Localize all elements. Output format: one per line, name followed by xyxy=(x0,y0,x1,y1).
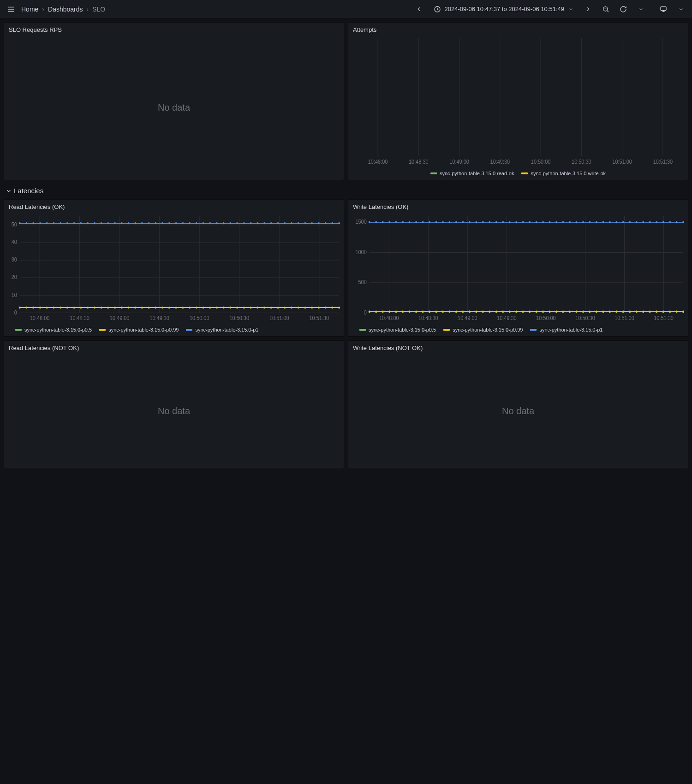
svg-point-356 xyxy=(582,221,584,223)
svg-point-176 xyxy=(175,222,177,224)
panel-attempts[interactable]: Attempts 10:48:0010:48:3010:49:0010:49:3… xyxy=(348,22,688,180)
no-data-label: No data xyxy=(4,353,344,469)
svg-text:10:51:00: 10:51:00 xyxy=(269,315,289,321)
panel-title: Write Latencies (NOT OK) xyxy=(348,341,688,353)
svg-point-148 xyxy=(318,307,320,309)
svg-point-325 xyxy=(375,221,377,223)
svg-text:40: 40 xyxy=(12,239,17,245)
svg-point-359 xyxy=(602,221,604,223)
svg-point-358 xyxy=(596,221,597,223)
svg-point-163 xyxy=(87,222,89,224)
svg-text:10:48:00: 10:48:00 xyxy=(379,315,399,321)
svg-point-278 xyxy=(388,310,390,312)
legend-item[interactable]: sync-python-table-3.15.0-p1 xyxy=(186,327,258,333)
svg-point-350 xyxy=(542,221,544,223)
svg-point-160 xyxy=(66,222,68,224)
svg-point-353 xyxy=(562,221,564,223)
breadcrumb-sep: › xyxy=(87,6,89,13)
refresh-button[interactable] xyxy=(616,2,631,17)
svg-point-318 xyxy=(656,310,657,312)
menu-toggle-button[interactable] xyxy=(4,2,18,17)
monitor-icon xyxy=(660,6,667,13)
svg-point-288 xyxy=(455,310,457,312)
svg-point-298 xyxy=(522,310,524,312)
legend-item[interactable]: sync-python-table-3.15.0 read-ok xyxy=(430,171,514,176)
svg-point-104 xyxy=(19,307,21,309)
panel-title: Attempts xyxy=(348,23,688,35)
refresh-interval-button[interactable] xyxy=(633,2,648,17)
panel-read-nok[interactable]: Read Latencies (NOT OK) No data xyxy=(4,340,344,469)
svg-text:10:51:30: 10:51:30 xyxy=(309,315,329,321)
legend-item[interactable]: sync-python-table-3.15.0-p0.5 xyxy=(15,327,92,333)
svg-point-153 xyxy=(19,222,21,224)
panel-title: Read Latencies (OK) xyxy=(4,200,344,212)
svg-point-276 xyxy=(375,310,377,312)
svg-point-108 xyxy=(46,307,48,309)
svg-point-138 xyxy=(250,307,252,309)
svg-point-129 xyxy=(189,307,191,309)
zoom-out-button[interactable] xyxy=(598,2,613,17)
svg-point-348 xyxy=(529,221,531,223)
chart-attempts: 10:48:0010:48:3010:49:0010:49:3010:50:00… xyxy=(348,35,688,169)
svg-point-114 xyxy=(87,307,89,309)
svg-point-185 xyxy=(236,222,238,224)
svg-point-335 xyxy=(442,221,444,223)
panel-read-ok[interactable]: Read Latencies (OK) 0102030405010:48:001… xyxy=(4,199,344,337)
svg-point-297 xyxy=(515,310,517,312)
svg-point-352 xyxy=(555,221,557,223)
legend-swatch xyxy=(186,329,192,331)
dashboard-row-2: Read Latencies (OK) 0102030405010:48:001… xyxy=(4,199,688,337)
svg-point-190 xyxy=(270,222,272,224)
svg-point-171 xyxy=(141,222,143,224)
svg-point-349 xyxy=(536,221,537,223)
svg-point-344 xyxy=(502,221,504,223)
legend-item[interactable]: sync-python-table-3.15.0-p0.99 xyxy=(443,327,523,333)
svg-point-169 xyxy=(127,222,129,224)
svg-point-125 xyxy=(161,307,163,309)
legend-item[interactable]: sync-python-table-3.15.0 write-ok xyxy=(521,171,606,176)
row-header-latencies[interactable]: Latencies xyxy=(4,186,688,196)
panel-write-nok[interactable]: Write Latencies (NOT OK) No data xyxy=(348,340,688,469)
breadcrumb-dashboards[interactable]: Dashboards xyxy=(48,6,83,13)
svg-point-167 xyxy=(114,222,116,224)
time-range-prev-button[interactable] xyxy=(412,2,426,17)
svg-point-285 xyxy=(435,310,437,312)
legend-label: sync-python-table-3.15.0-p0.99 xyxy=(453,327,523,333)
legend-item[interactable]: sync-python-table-3.15.0-p1 xyxy=(530,327,603,333)
svg-point-337 xyxy=(455,221,457,223)
svg-text:10:51:30: 10:51:30 xyxy=(654,315,674,321)
svg-point-117 xyxy=(107,307,109,309)
svg-text:10:48:30: 10:48:30 xyxy=(418,315,438,321)
svg-point-317 xyxy=(649,310,651,312)
view-mode-menu-button[interactable] xyxy=(674,2,688,17)
panel-title: Read Latencies (NOT OK) xyxy=(4,341,344,353)
svg-point-282 xyxy=(415,310,417,312)
svg-point-198 xyxy=(325,222,327,224)
svg-point-177 xyxy=(182,222,184,224)
svg-point-149 xyxy=(325,307,327,309)
svg-point-326 xyxy=(382,221,384,223)
legend-item[interactable]: sync-python-table-3.15.0-p0.5 xyxy=(359,327,436,333)
svg-point-166 xyxy=(107,222,109,224)
svg-point-134 xyxy=(223,307,225,309)
zoom-out-icon xyxy=(602,6,609,13)
svg-point-367 xyxy=(656,221,657,223)
svg-point-366 xyxy=(649,221,651,223)
svg-point-150 xyxy=(331,307,333,309)
svg-text:10:49:30: 10:49:30 xyxy=(149,315,169,321)
svg-point-371 xyxy=(682,221,684,223)
svg-point-299 xyxy=(529,310,531,312)
view-mode-button[interactable] xyxy=(656,2,671,17)
svg-point-345 xyxy=(509,221,511,223)
svg-point-144 xyxy=(291,307,292,309)
breadcrumb-home[interactable]: Home xyxy=(21,6,38,13)
legend-label: sync-python-table-3.15.0-p0.5 xyxy=(24,327,92,333)
svg-point-370 xyxy=(676,221,678,223)
time-range-picker[interactable]: 2024-09-06 10:47:37 to 2024-09-06 10:51:… xyxy=(429,2,579,17)
panel-write-ok[interactable]: Write Latencies (OK) 05001000150010:48:0… xyxy=(348,199,688,337)
legend-item[interactable]: sync-python-table-3.15.0-p0.99 xyxy=(99,327,179,333)
panel-slo-rps[interactable]: SLO Requests RPS No data xyxy=(4,22,344,180)
time-range-next-button[interactable] xyxy=(581,2,596,17)
svg-point-132 xyxy=(209,307,211,309)
svg-point-139 xyxy=(257,307,258,309)
